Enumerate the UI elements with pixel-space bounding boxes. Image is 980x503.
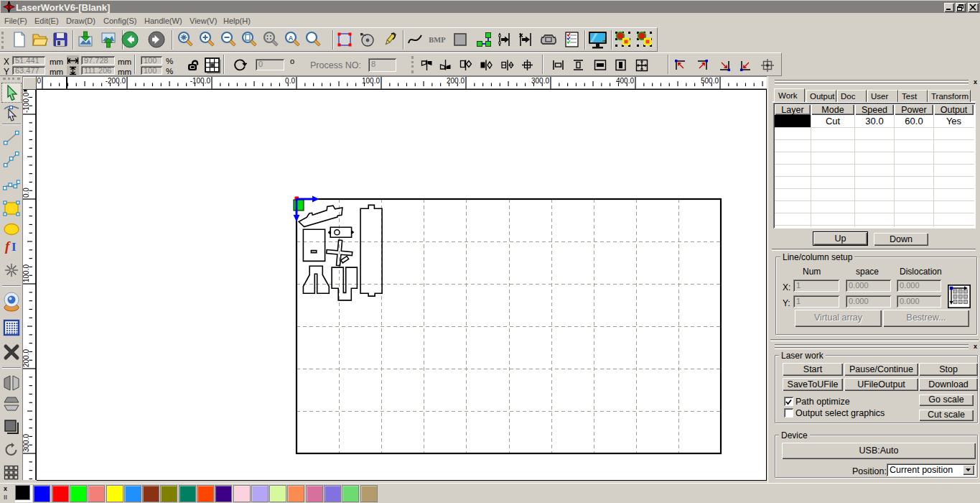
svg-text:-300.0: -300.0	[37, 77, 41, 85]
svg-text:-200.0: -200.0	[106, 77, 126, 85]
svg-text:300.0: 300.0	[22, 434, 30, 452]
svg-text:300.0: 300.0	[531, 77, 549, 85]
svg-text:500.0: 500.0	[701, 77, 719, 85]
svg-text:100.0: 100.0	[22, 264, 30, 282]
svg-text:I: I	[11, 240, 17, 254]
svg-text:100.0: 100.0	[362, 77, 380, 85]
svg-text:-100.0: -100.0	[190, 77, 211, 85]
svg-text:BMP: BMP	[429, 36, 446, 44]
svg-text:400.0: 400.0	[616, 77, 634, 85]
svg-text:A: A	[289, 34, 294, 42]
svg-text:0.0: 0.0	[285, 77, 295, 85]
svg-text:f: f	[5, 239, 11, 254]
svg-text:200.0: 200.0	[447, 77, 465, 85]
svg-text:0.0: 0.0	[22, 188, 30, 198]
svg-text:200.0: 200.0	[22, 349, 30, 367]
svg-text:-100.0: -100.0	[22, 92, 30, 113]
